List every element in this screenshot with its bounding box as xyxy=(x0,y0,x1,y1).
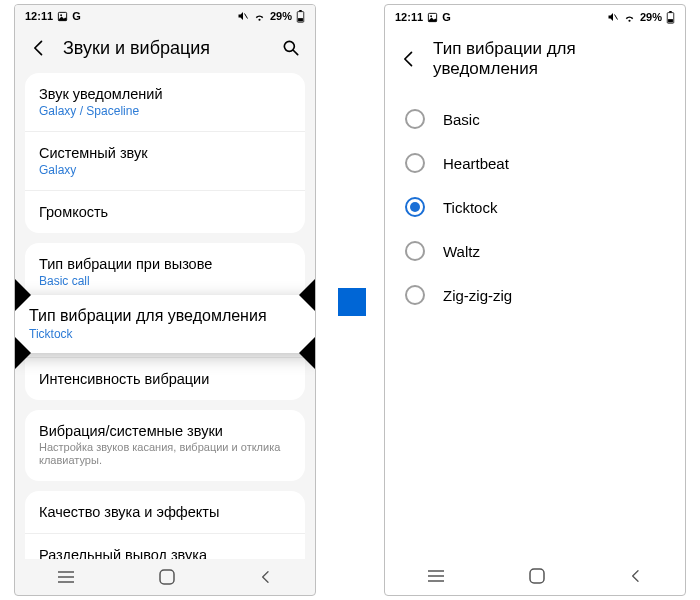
radio-option[interactable]: Waltz xyxy=(385,229,685,273)
svg-point-6 xyxy=(284,42,294,52)
search-icon[interactable] xyxy=(281,38,301,58)
callout-wedge xyxy=(299,331,316,375)
list-item[interactable]: Тип вибрации при вызове Basic call xyxy=(25,243,305,301)
nav-home-icon[interactable] xyxy=(158,568,176,586)
callout-wedge xyxy=(14,331,31,375)
svg-line-7 xyxy=(294,51,298,55)
radio-option[interactable]: Basic xyxy=(385,97,685,141)
back-icon[interactable] xyxy=(399,49,419,69)
wifi-icon xyxy=(623,11,636,24)
list-item[interactable]: Звук уведомлений Galaxy / Spaceline xyxy=(25,73,305,131)
svg-rect-5 xyxy=(298,18,303,21)
status-bar: 12:11 G 29% xyxy=(385,5,685,29)
radio-icon[interactable] xyxy=(405,153,425,173)
header-right: Тип вибрации для уведомления xyxy=(385,29,685,93)
callout-wedge xyxy=(14,273,31,317)
page-title-right: Тип вибрации для уведомления xyxy=(433,39,671,79)
radio-option[interactable]: Zig-zig-zig xyxy=(385,273,685,317)
svg-rect-16 xyxy=(669,11,671,13)
g-icon: G xyxy=(72,11,81,22)
nav-back-icon[interactable] xyxy=(258,569,274,585)
radio-icon[interactable] xyxy=(405,241,425,261)
nav-back-icon[interactable] xyxy=(628,568,644,584)
settings-card: Звук уведомлений Galaxy / Spaceline Сист… xyxy=(25,73,305,233)
status-time: 12:11 xyxy=(395,12,423,23)
battery-icon xyxy=(666,11,675,24)
status-time: 12:11 xyxy=(25,11,53,22)
svg-rect-17 xyxy=(668,19,673,22)
page-title-left: Звуки и вибрация xyxy=(63,38,267,59)
svg-rect-21 xyxy=(530,569,544,583)
nav-recent-icon[interactable] xyxy=(426,569,446,583)
radio-option[interactable]: Heartbeat xyxy=(385,141,685,185)
svg-line-2 xyxy=(244,14,247,19)
arrow-right-icon xyxy=(338,288,366,316)
status-bar: 12:11 G 29% xyxy=(15,5,315,28)
g-icon: G xyxy=(442,12,451,23)
radio-icon[interactable] xyxy=(405,285,425,305)
nav-recent-icon[interactable] xyxy=(56,570,76,584)
list-item[interactable]: Системный звук Galaxy xyxy=(25,131,305,190)
phone-right: 12:11 G 29% Тип вибрации для уведомления… xyxy=(384,4,686,596)
svg-point-1 xyxy=(60,14,62,16)
header-left: Звуки и вибрация xyxy=(15,28,315,73)
radio-icon[interactable] xyxy=(405,197,425,217)
list-item[interactable]: Вибрация/системные звуки Настройка звуко… xyxy=(25,410,305,482)
highlighted-item[interactable]: Тип вибрации для уведомления Ticktock xyxy=(14,295,316,353)
nav-home-icon[interactable] xyxy=(528,567,546,585)
radio-label: Waltz xyxy=(443,243,480,260)
image-icon xyxy=(427,12,438,23)
list-item[interactable]: Качество звука и эффекты xyxy=(25,491,305,533)
list-item[interactable]: Интенсивность вибрации xyxy=(25,357,305,400)
mute-icon xyxy=(237,10,249,22)
callout-wedge xyxy=(299,273,316,317)
list-item[interactable]: Раздельный вывод звука xyxy=(25,533,305,559)
svg-rect-11 xyxy=(160,570,174,584)
android-navbar xyxy=(15,559,315,595)
radio-option[interactable]: Ticktock xyxy=(385,185,685,229)
back-icon[interactable] xyxy=(29,38,49,58)
phone-left: 12:11 G 29% Звуки и вибрация xyxy=(14,4,316,596)
settings-card: Вибрация/системные звуки Настройка звуко… xyxy=(25,410,305,482)
settings-card: Качество звука и эффекты Раздельный выво… xyxy=(25,491,305,559)
battery-text: 29% xyxy=(270,11,292,22)
svg-line-14 xyxy=(614,15,617,20)
battery-icon xyxy=(296,10,305,23)
mute-icon xyxy=(607,11,619,23)
svg-point-13 xyxy=(430,15,432,17)
image-icon xyxy=(57,11,68,22)
radio-list: BasicHeartbeatTicktockWaltzZig-zig-zig xyxy=(385,93,685,321)
radio-label: Ticktock xyxy=(443,199,497,216)
battery-text: 29% xyxy=(640,12,662,23)
wifi-icon xyxy=(253,10,266,23)
radio-label: Zig-zig-zig xyxy=(443,287,512,304)
radio-label: Heartbeat xyxy=(443,155,509,172)
android-navbar xyxy=(385,557,685,595)
radio-icon[interactable] xyxy=(405,109,425,129)
radio-label: Basic xyxy=(443,111,480,128)
list-item[interactable]: Громкость xyxy=(25,190,305,233)
svg-rect-4 xyxy=(299,10,301,12)
